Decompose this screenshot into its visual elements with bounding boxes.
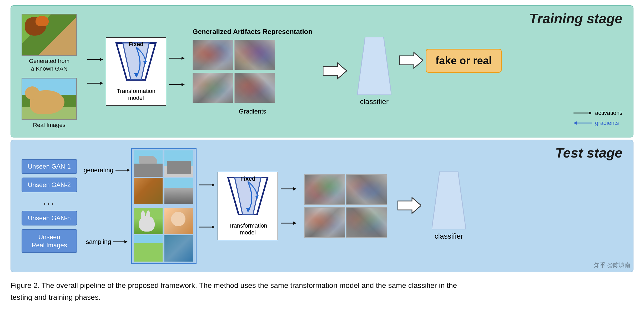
generating-area: generating [84, 166, 130, 174]
test-img-poodle [164, 208, 193, 234]
test-input-arrows [199, 181, 215, 231]
grad-cell-br [234, 73, 275, 103]
gradient-img-top [193, 40, 313, 70]
test-big-arrow [398, 196, 421, 216]
classifier-trapezoid [357, 37, 391, 95]
svg-marker-30 [293, 222, 296, 225]
svg-marker-10 [323, 63, 347, 79]
transform-model-label: Transformation model [117, 88, 155, 101]
gen-samp-arrows: generating sampling [84, 166, 130, 246]
grad-cell-tl [193, 40, 233, 70]
gan-dots: ... [22, 196, 77, 207]
test-grad-cell-tl [304, 174, 345, 205]
test-gradient-pair [304, 174, 387, 238]
real-image-label: Real Images [22, 121, 77, 129]
arrow-top [87, 56, 103, 63]
fake-real-box: fake or real [426, 49, 502, 73]
test-img-sky [164, 150, 193, 177]
gan-image-box: Generated from a Known GAN [22, 14, 77, 72]
arrow-to-grad-top [169, 54, 185, 62]
test-classifier: classifier [432, 171, 466, 240]
big-arrow-to-classifier [323, 62, 347, 81]
svg-marker-16 [573, 121, 577, 125]
legend-gradients-label: gradients [595, 120, 619, 126]
test-img-building [164, 178, 193, 204]
svg-marker-22 [212, 183, 215, 186]
training-title: Training stage [529, 11, 622, 26]
arrow-to-grad-bottom [169, 81, 185, 89]
svg-marker-32 [432, 171, 466, 229]
svg-marker-14 [589, 111, 592, 115]
test-grad-cell-tr [346, 174, 387, 205]
test-img-rabbit [134, 208, 163, 234]
test-title: Test stage [555, 145, 622, 161]
transform-fixed-label: Fixed [128, 41, 143, 48]
test-arrow-to-grad-bottom [281, 219, 296, 227]
gradients-label: Gradients [193, 108, 313, 115]
test-grad-cell-bl [304, 207, 345, 238]
test-grad-cell-br [346, 207, 387, 238]
test-classifier-label: classifier [435, 232, 463, 240]
input-arrows [87, 56, 103, 87]
gan-image-label: Generated from a Known GAN [22, 57, 77, 72]
test-transform-arrows [281, 185, 296, 227]
svg-marker-9 [182, 83, 185, 86]
test-img-field [134, 235, 163, 262]
legend-gradients: gradients [573, 120, 622, 126]
svg-marker-11 [357, 37, 391, 95]
test-img-water [164, 235, 193, 262]
test-transform-model-label: Transformation model [229, 222, 267, 236]
grad-cell-tr [234, 40, 275, 70]
real-horse-thumb [22, 78, 77, 120]
test-img-room [134, 178, 163, 204]
test-gradients [304, 174, 387, 238]
gan-1: Unseen GAN-1 [22, 159, 77, 174]
generating-label: generating [84, 166, 113, 174]
svg-marker-31 [398, 198, 421, 213]
transform-arrows [169, 54, 185, 89]
test-gradient-img-top [304, 174, 387, 205]
svg-marker-24 [212, 225, 215, 229]
test-stage: Test stage Unseen GAN-1 Unseen GAN-2 ...… [11, 140, 633, 272]
legend: activations gradients [573, 110, 622, 126]
test-transform-fixed-label: Fixed [240, 175, 255, 182]
gradient-pair [193, 40, 313, 103]
svg-marker-20 [124, 240, 128, 243]
gradients-title: Generalized Artifacts Representation [193, 28, 313, 36]
test-arrow-bottom [199, 223, 215, 231]
watermark: 知乎 @陈城南 [594, 261, 630, 269]
training-inputs: Generated from a Known GAN Real Images [22, 14, 77, 129]
svg-marker-18 [127, 169, 130, 172]
arrow-bottom [87, 79, 103, 87]
test-images-col [131, 148, 197, 264]
test-img-grid-bottom [134, 208, 194, 262]
svg-marker-1 [100, 58, 103, 61]
training-transform-box: Fixed Transformation model [106, 37, 166, 106]
test-img-grid-top [134, 150, 194, 204]
training-classifier: classifier [357, 37, 391, 106]
arrow-to-output [399, 51, 423, 71]
test-arrow-top [199, 181, 215, 189]
gan-n: Unseen GAN-n [22, 211, 77, 225]
legend-activations: activations [573, 110, 622, 116]
legend-activations-label: activations [595, 110, 622, 116]
diagram-container: Training stage Generated from a Known GA… [11, 5, 633, 303]
test-classifier-trapezoid [432, 171, 466, 229]
training-stage: Training stage Generated from a Known GA… [11, 5, 633, 138]
horse-rider-thumb [22, 14, 77, 56]
sampling-label: sampling [86, 238, 111, 246]
svg-marker-12 [399, 52, 423, 68]
figure-caption: Figure 2. The overall pipeline of the pr… [11, 280, 589, 303]
test-gradient-img-bottom [304, 207, 387, 238]
test-arrow-to-grad-top [281, 185, 296, 193]
real-image-box: Real Images [22, 78, 77, 129]
grad-cell-bl [193, 73, 233, 103]
test-img-plane [134, 150, 163, 177]
svg-marker-7 [182, 57, 185, 60]
classifier-label: classifier [360, 97, 389, 106]
training-gradients: Generalized Artifacts Representation [193, 28, 313, 115]
gradient-img-bottom [193, 73, 313, 103]
svg-marker-3 [100, 82, 103, 85]
gan-2: Unseen GAN-2 [22, 178, 77, 192]
gan-real: Unseen Real Images [22, 229, 77, 253]
